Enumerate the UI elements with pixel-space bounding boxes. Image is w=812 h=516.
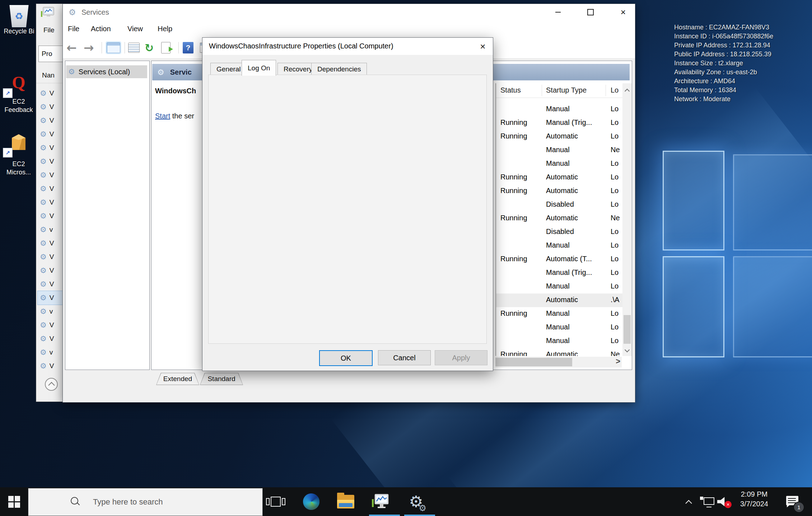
bg-service-row[interactable]: ⚙V: [38, 86, 63, 100]
bg-service-row[interactable]: ⚙V: [38, 236, 63, 250]
forward-button[interactable]: →: [84, 41, 94, 55]
ok-button[interactable]: OK: [319, 350, 373, 366]
scrollbar-up-button[interactable]: [622, 85, 632, 96]
background-window[interactable]: File Pro Nan ⚙V⚙V⚙V⚙V⚙V⚙V⚙V⚙V⚙V⚙V⚙v⚙V⚙V⚙…: [36, 4, 64, 402]
bg-service-row[interactable]: ⚙V: [38, 291, 63, 305]
service-row[interactable]: ManualNe: [496, 144, 622, 157]
menu-file[interactable]: File: [68, 25, 79, 33]
taskbar-clock[interactable]: 2:09 PM 3/7/2024: [734, 489, 774, 509]
menu-action[interactable]: Action: [91, 25, 111, 33]
service-row[interactable]: RunningManual (Trig...Lo: [496, 116, 622, 130]
scrollbar-thumb[interactable]: [624, 315, 631, 344]
bg-service-row[interactable]: ⚙V: [38, 168, 63, 182]
bg-window-name-column-header[interactable]: Nan: [42, 71, 55, 79]
service-logon: Lo: [611, 159, 619, 168]
start-service-link[interactable]: Start: [155, 112, 170, 120]
bg-service-row[interactable]: ⚙V: [38, 359, 63, 373]
service-row[interactable]: RunningAutomaticNe: [496, 212, 622, 225]
bg-service-row[interactable]: ⚙V: [38, 155, 63, 168]
taskbar-perfmon-button[interactable]: [367, 487, 395, 516]
taskbar-search-box[interactable]: [28, 488, 263, 516]
tree-item-services-local[interactable]: ⚙ Services (Local): [66, 65, 147, 78]
properties-button[interactable]: [128, 41, 140, 55]
tab-extended[interactable]: Extended: [156, 373, 199, 385]
taskbar-edge-button[interactable]: [297, 487, 325, 516]
apply-button[interactable]: Apply: [435, 350, 487, 365]
bg-service-row[interactable]: ⚙V: [38, 114, 63, 127]
service-row[interactable]: ManualLo: [496, 103, 622, 116]
back-button[interactable]: ←: [66, 41, 77, 55]
tab-standard[interactable]: Standard: [200, 373, 243, 385]
desktop-icon-ec2-microsoft[interactable]: ↗ EC2 Micros...: [0, 133, 37, 177]
maximize-button[interactable]: [583, 6, 598, 18]
menu-view[interactable]: View: [127, 25, 143, 33]
taskbar-services-button[interactable]: ⚙ ⚙: [402, 487, 430, 516]
bg-service-row[interactable]: ⚙V: [38, 196, 63, 209]
service-row[interactable]: RunningAutomaticNe: [496, 348, 622, 356]
bg-service-row[interactable]: ⚙V: [38, 100, 63, 114]
service-row[interactable]: ManualLo: [496, 280, 622, 294]
desktop-icon-ec2-feedback[interactable]: Q ↗ EC2 Feedback: [0, 75, 37, 114]
bg-service-row[interactable]: ⚙V: [38, 250, 63, 264]
show-console-tree-button[interactable]: [107, 41, 120, 55]
dialog-close-button[interactable]: ✕: [476, 41, 490, 53]
bg-window-file-menu[interactable]: File: [43, 26, 55, 34]
minimize-button[interactable]: [550, 6, 565, 18]
export-list-button[interactable]: [161, 41, 171, 55]
service-row[interactable]: RunningAutomatic (T...Lo: [496, 253, 622, 266]
service-row[interactable]: Manual (Trig...Lo: [496, 266, 622, 280]
service-row[interactable]: DisabledLo: [496, 198, 622, 212]
service-row[interactable]: ManualLo: [496, 239, 622, 253]
network-tray-icon[interactable]: [700, 497, 714, 507]
taskbar-file-explorer-button[interactable]: [332, 487, 360, 516]
task-view-icon: [282, 498, 285, 505]
help-button[interactable]: ?: [183, 41, 193, 55]
close-button[interactable]: ✕: [616, 6, 631, 18]
service-row[interactable]: RunningManualLo: [496, 307, 622, 321]
bg-service-row[interactable]: ⚙V: [38, 127, 63, 141]
service-name-truncated: V: [50, 321, 54, 329]
bg-service-row[interactable]: ⚙V: [38, 182, 63, 196]
bg-service-row[interactable]: ⚙v: [38, 223, 63, 236]
column-header-status[interactable]: Status: [500, 86, 521, 94]
dialog-title-bar[interactable]: WindowsChaosInfrastructure Properties (L…: [202, 38, 493, 55]
bg-service-row[interactable]: ⚙V: [38, 277, 63, 291]
horizontal-scrollbar[interactable]: >: [495, 357, 622, 367]
bg-service-row[interactable]: ⚙V: [38, 209, 63, 223]
bg-service-row[interactable]: ⚙v: [38, 305, 63, 318]
column-divider: [542, 85, 542, 96]
scrollbar-down-button[interactable]: [622, 344, 632, 356]
search-input[interactable]: [92, 488, 252, 516]
bg-window-toolbar-box[interactable]: Pro: [38, 46, 64, 62]
tab-log-on[interactable]: Log On: [242, 60, 276, 76]
refresh-button[interactable]: ↻: [145, 41, 154, 55]
service-row[interactable]: Automatic.\A: [496, 294, 622, 307]
bg-service-row[interactable]: ⚙V: [38, 141, 63, 155]
service-startup: Manual: [546, 323, 570, 331]
scrollbar-thumb[interactable]: [495, 358, 572, 366]
desktop-icon-recycle-bin[interactable]: ♻ Recycle Bi: [1, 5, 37, 36]
tab-dependencies[interactable]: Dependencies: [311, 63, 367, 75]
task-view-button[interactable]: [264, 487, 288, 516]
bg-service-row[interactable]: ⚙v: [38, 346, 63, 359]
tray-show-hidden-button[interactable]: [686, 499, 691, 506]
bg-service-row[interactable]: ⚙V: [38, 332, 63, 346]
cancel-button[interactable]: Cancel: [378, 350, 431, 365]
start-button[interactable]: [0, 487, 28, 516]
service-row[interactable]: ManualLo: [496, 321, 622, 334]
vertical-scrollbar[interactable]: [622, 83, 632, 356]
column-header-startup-type[interactable]: Startup Type: [546, 86, 587, 94]
services-title-bar[interactable]: ⚙ Services ✕: [63, 4, 635, 21]
service-row[interactable]: RunningAutomaticLo: [496, 171, 622, 184]
scroll-up-button[interactable]: [45, 378, 58, 391]
service-row[interactable]: ManualLo: [496, 157, 622, 171]
bg-service-row[interactable]: ⚙V: [38, 264, 63, 277]
service-row[interactable]: ManualLo: [496, 334, 622, 348]
service-row[interactable]: RunningAutomaticLo: [496, 130, 622, 144]
service-row[interactable]: RunningAutomaticLo: [496, 184, 622, 198]
column-header-logon[interactable]: Lo: [611, 86, 619, 94]
menu-help[interactable]: Help: [158, 25, 172, 33]
bg-service-row[interactable]: ⚙V: [38, 318, 63, 332]
service-row[interactable]: DisabledLo: [496, 225, 622, 239]
scroll-right-arrow-icon[interactable]: >: [616, 357, 620, 366]
